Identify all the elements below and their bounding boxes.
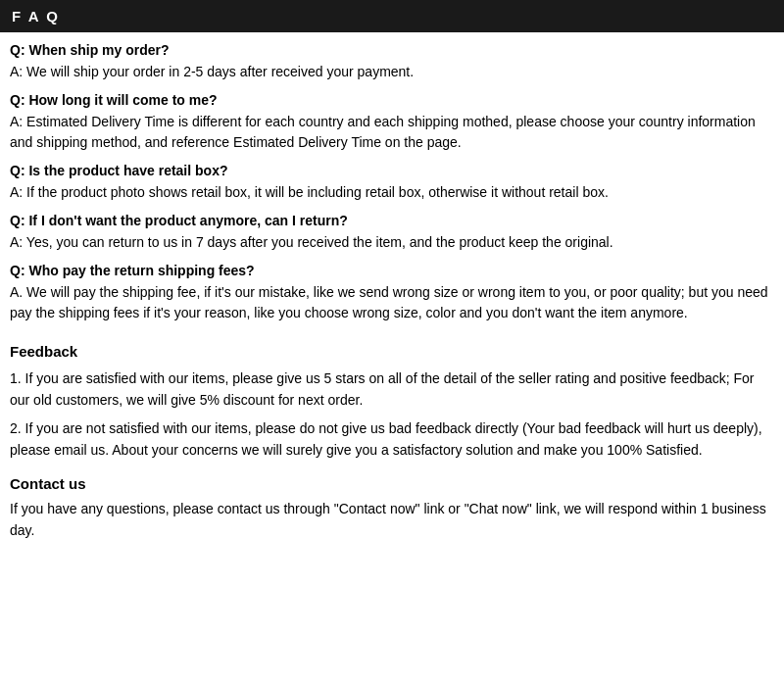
faq-answer-2: A: If the product photo shows retail box…	[10, 182, 774, 203]
header-title: F A Q	[12, 8, 60, 24]
faq-answer-1: A: Estimated Delivery Time is different …	[10, 112, 774, 153]
contact-section: Contact us If you have any questions, pl…	[10, 475, 774, 542]
feedback-section: Feedback 1. If you are satisfied with ou…	[10, 343, 774, 462]
faq-section: Q: When ship my order?A: We will ship yo…	[10, 42, 774, 323]
faq-question-1: Q: How long it will come to me?	[10, 92, 774, 108]
faq-header: F A Q	[0, 0, 784, 32]
faq-answer-0: A: We will ship your order in 2-5 days a…	[10, 62, 774, 82]
feedback-title: Feedback	[10, 343, 774, 360]
faq-question-0: Q: When ship my order?	[10, 42, 774, 58]
contact-title: Contact us	[10, 475, 774, 492]
feedback-item-1: 2. If you are not satisfied with our ite…	[10, 417, 774, 462]
faq-question-3: Q: If I don't want the product anymore, …	[10, 213, 774, 228]
faq-answer-3: A: Yes, you can return to us in 7 days a…	[10, 232, 774, 253]
feedback-item-0: 1. If you are satisfied with our items, …	[10, 368, 774, 412]
main-content: Q: When ship my order?A: We will ship yo…	[0, 42, 784, 541]
faq-question-2: Q: Is the product have retail box?	[10, 163, 774, 178]
contact-text: If you have any questions, please contac…	[10, 498, 774, 542]
faq-answer-4: A. We will pay the shipping fee, if it's…	[10, 282, 774, 323]
feedback-items: 1. If you are satisfied with our items, …	[10, 368, 774, 462]
faq-question-4: Q: Who pay the return shipping fees?	[10, 263, 774, 278]
